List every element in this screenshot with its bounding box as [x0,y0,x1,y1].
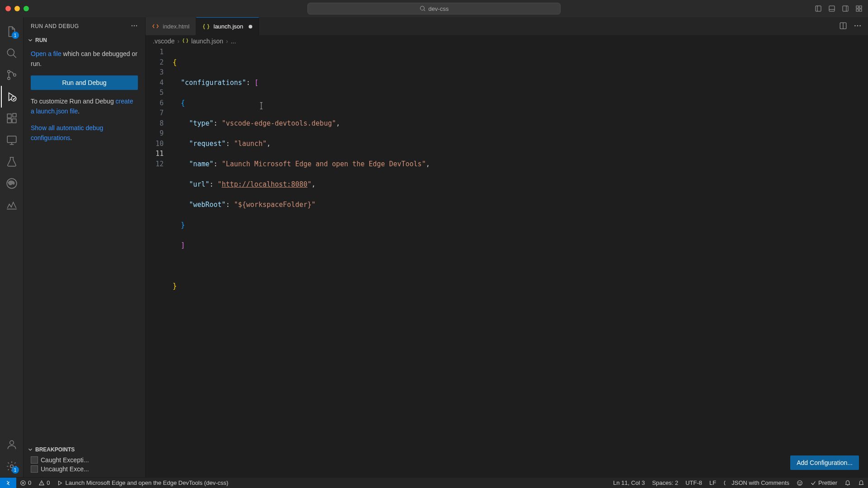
tab-label: index.html [163,23,189,30]
svg-point-12 [7,70,9,73]
svg-point-30 [857,25,859,26]
minimize-window-button[interactable] [14,6,20,11]
show-all-configs-link[interactable]: Show all automatic debug configurations [31,124,103,141]
breakpoints-section-header[interactable]: BREAKPOINTS [24,445,145,455]
activity-remote-explorer[interactable] [1,129,23,151]
checkbox[interactable] [31,465,38,473]
breakpoint-item[interactable]: Caught Excepti... [27,455,142,465]
bell-icon [858,480,864,486]
activity-extensions[interactable] [1,108,23,129]
breadcrumb-segment[interactable]: ... [231,38,236,45]
run-and-debug-button[interactable]: Run and Debug [31,75,138,90]
svg-point-13 [7,77,9,80]
command-center[interactable]: dev-css [307,3,561,14]
tab-actions [839,22,868,31]
sidebar-more-icon[interactable] [131,22,138,31]
activity-search[interactable] [1,42,23,64]
tab-bar: index.html launch.json [146,17,868,35]
activity-other[interactable] [1,194,23,216]
search-icon [420,5,426,12]
more-actions-icon[interactable] [854,22,862,31]
sidebar-title: RUN AND DEBUG [31,23,79,29]
breakpoints-label: BREAKPOINTS [35,446,75,453]
code-editor[interactable]: 1 2 3 4 5 6 7 8 9 10 11 12 { "configurat… [146,47,868,477]
status-prettier[interactable]: Prettier [807,479,841,486]
remote-indicator[interactable] [0,478,16,488]
customize-prefix: To customize Run and Debug [31,98,116,105]
svg-point-24 [132,25,132,26]
json-file-icon [203,23,210,30]
svg-point-35 [800,482,801,483]
chevron-right-icon: › [177,38,179,45]
svg-rect-9 [856,9,859,11]
svg-rect-10 [859,9,862,11]
svg-rect-5 [843,6,848,11]
checkbox[interactable] [31,456,38,464]
settings-badge: 1 [12,466,19,474]
breakpoint-label: Caught Excepti... [41,456,89,464]
svg-point-34 [799,482,799,483]
close-window-button[interactable] [5,6,11,11]
activity-testing[interactable] [1,151,23,173]
breadcrumb-segment[interactable]: .vscode [153,38,175,45]
svg-point-14 [13,74,15,76]
open-file-link[interactable]: Open a file [31,50,61,57]
svg-point-29 [854,25,856,26]
status-language[interactable]: JSON with Comments [720,479,793,486]
activity-explorer[interactable]: 1 [1,21,23,42]
tab-launch-json[interactable]: launch.json [196,17,259,35]
status-debug-config[interactable]: Launch Microsoft Edge and open the Edge … [53,478,232,488]
status-notifications[interactable] [841,480,854,486]
status-indentation[interactable]: Spaces: 2 [648,479,682,486]
activity-source-control[interactable] [1,64,23,86]
customize-layout-icon[interactable] [855,5,863,12]
layout-controls [815,5,863,12]
period1: . [78,108,80,115]
breadcrumb-segment[interactable]: launch.json [191,38,223,45]
html-file-icon [152,23,159,30]
command-center-text: dev-css [429,5,449,12]
breadcrumb[interactable]: .vscode › launch.json › ... [146,35,868,47]
breakpoint-item[interactable]: Uncaught Exce... [27,465,142,474]
activity-bar: 1 1 [0,17,24,477]
svg-rect-16 [7,114,11,118]
status-encoding[interactable]: UTF-8 [682,479,706,486]
svg-rect-7 [856,6,859,8]
code-content[interactable]: { "configurations": [ { "type": "vscode-… [173,47,868,477]
status-feedback[interactable] [793,480,807,486]
breakpoints-list: Caught Excepti... Uncaught Exce... [24,455,145,477]
status-eol[interactable]: LF [706,479,720,486]
status-cursor-position[interactable]: Ln 11, Col 3 [609,479,648,486]
dirty-indicator-icon [249,25,252,28]
status-bell2[interactable] [854,480,868,486]
status-bar: 0 0 Launch Microsoft Edge and open the E… [0,477,868,488]
activity-settings[interactable]: 1 [1,455,23,477]
window-controls [5,6,29,11]
run-section-header[interactable]: RUN [24,35,145,45]
toggle-primary-sidebar-icon[interactable] [815,5,822,12]
svg-rect-19 [13,113,16,117]
status-warnings[interactable]: 0 [35,478,53,488]
status-errors[interactable]: 0 [16,478,35,488]
maximize-window-button[interactable] [24,6,29,11]
split-editor-icon[interactable] [839,22,847,31]
customize-text: To customize Run and Debug create a laun… [31,96,138,117]
svg-point-22 [9,441,14,445]
activity-run-debug[interactable] [1,86,23,108]
svg-rect-20 [7,136,16,142]
toggle-panel-icon[interactable] [828,5,835,12]
add-configuration-button[interactable]: Add Configuration... [790,455,859,470]
sidebar-header: RUN AND DEBUG [24,17,145,35]
tab-index-html[interactable]: index.html [146,17,196,35]
activity-edge-tools[interactable] [1,173,23,194]
svg-rect-8 [859,6,862,8]
svg-point-15 [11,96,16,101]
show-all-text: Show all automatic debug configurations. [31,123,138,143]
activity-accounts[interactable] [1,434,23,455]
bell-icon [844,480,851,486]
titlebar: dev-css [0,0,868,17]
svg-rect-17 [7,119,11,123]
svg-rect-18 [12,119,16,123]
toggle-secondary-sidebar-icon[interactable] [842,5,849,12]
feedback-icon [797,480,803,486]
